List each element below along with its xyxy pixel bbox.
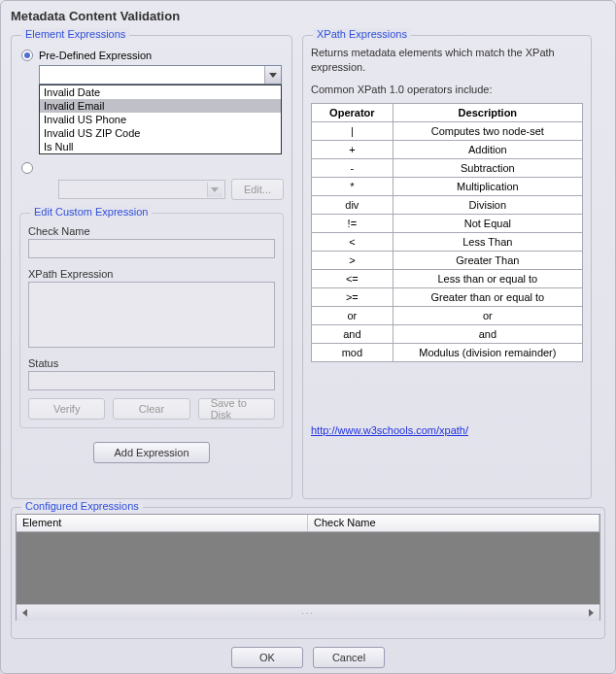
check-name-input[interactable] (28, 239, 275, 258)
custom-radio-row[interactable] (21, 162, 284, 174)
table-row: -Subtraction (312, 158, 583, 177)
operator-cell: < (312, 232, 394, 251)
predefined-radio-row[interactable]: Pre-Defined Expression (21, 50, 284, 61)
operator-cell: mod (312, 343, 394, 361)
operator-cell: != (312, 214, 394, 232)
add-expression-button[interactable]: Add Expression (93, 442, 210, 463)
predefined-combo[interactable]: Invalid DateInvalid EmailInvalid US Phon… (39, 65, 282, 84)
description-cell: and (393, 324, 582, 343)
operator-cell: | (312, 121, 394, 140)
operator-table: Operator Description |Computes two node-… (311, 103, 583, 362)
scroll-left-icon[interactable] (17, 605, 33, 621)
operator-cell: >= (312, 287, 394, 306)
description-cell: Addition (393, 140, 582, 158)
description-cell: or (393, 306, 582, 324)
dropdown-item[interactable]: Invalid US Phone (40, 113, 281, 126)
operator-cell: and (312, 324, 394, 343)
status-display (28, 371, 275, 390)
ok-button[interactable]: OK (231, 647, 303, 668)
edit-custom-legend: Edit Custom Expression (30, 206, 152, 218)
table-row: <=Less than or equal to (312, 269, 583, 287)
predefined-combo-box[interactable] (39, 65, 282, 84)
description-cell: Greater than or equal to (393, 287, 582, 306)
xpath-common: Common XPath 1.0 operators include: (311, 83, 583, 97)
description-cell: Multiplication (393, 177, 582, 195)
operator-header: Operator (312, 103, 394, 121)
configured-legend: Configured Expressions (21, 500, 143, 512)
verify-button: Verify (28, 398, 105, 420)
configured-col-checkname[interactable]: Check Name (308, 515, 599, 531)
xpath-expr-label: XPath Expression (28, 268, 275, 280)
operator-cell: div (312, 195, 394, 214)
dropdown-item[interactable]: Invalid Date (40, 85, 281, 99)
description-cell: Not Equal (393, 214, 582, 232)
xpath-expressions-group: XPath Expressions Returns metadata eleme… (302, 35, 592, 499)
configured-expressions-group: Configured Expressions Element Check Nam… (11, 507, 605, 639)
operator-cell: + (312, 140, 394, 158)
cancel-button[interactable]: Cancel (313, 647, 385, 668)
operator-cell: > (312, 251, 394, 269)
edit-custom-group: Edit Custom Expression Check Name XPath … (19, 213, 284, 428)
description-header: Description (393, 103, 582, 121)
table-row: oror (312, 306, 583, 324)
configured-table[interactable]: Element Check Name ··· (16, 514, 600, 621)
scroll-grip-icon[interactable]: ··· (301, 608, 315, 618)
operator-cell: <= (312, 269, 394, 287)
custom-combo (58, 180, 225, 199)
operator-cell: - (312, 158, 394, 177)
description-cell: Greater Than (393, 251, 582, 269)
dropdown-item[interactable]: Is Null (40, 140, 281, 153)
horizontal-scrollbar[interactable]: ··· (17, 604, 599, 621)
operator-cell: or (312, 306, 394, 324)
element-expressions-group: Element Expressions Pre-Defined Expressi… (11, 35, 292, 499)
custom-radio[interactable] (21, 162, 33, 174)
table-row: divDivision (312, 195, 583, 214)
description-cell: Subtraction (393, 158, 582, 177)
description-cell: Less than or equal to (393, 269, 582, 287)
table-row: |Computes two node-set (312, 121, 583, 140)
table-row: *Multiplication (312, 177, 583, 195)
dropdown-item[interactable]: Invalid US ZIP Code (40, 126, 281, 140)
check-name-label: Check Name (28, 225, 275, 237)
table-row: +Addition (312, 140, 583, 158)
table-row: modModulus (division remainder) (312, 343, 583, 361)
operator-cell: * (312, 177, 394, 195)
w3schools-link[interactable]: http://www.w3schools.com/xpath/ (311, 424, 468, 436)
chevron-down-icon[interactable] (264, 66, 281, 84)
save-to-disk-button: Save to Disk (198, 398, 275, 420)
status-label: Status (28, 357, 275, 369)
predefined-dropdown[interactable]: Invalid DateInvalid EmailInvalid US Phon… (39, 84, 282, 154)
configured-body (17, 532, 599, 604)
dropdown-item[interactable]: Invalid Email (40, 99, 281, 113)
description-cell: Computes two node-set (393, 121, 582, 140)
description-cell: Division (393, 195, 582, 214)
dialog-title: Metadata Content Validation (1, 1, 615, 29)
table-row: >=Greater than or equal to (312, 287, 583, 306)
description-cell: Less Than (393, 232, 582, 251)
predefined-radio[interactable] (21, 50, 33, 61)
predefined-radio-label: Pre-Defined Expression (39, 50, 152, 61)
xpath-intro: Returns metadata elements which match th… (311, 46, 583, 75)
table-row: >Greater Than (312, 251, 583, 269)
table-row: <Less Than (312, 232, 583, 251)
xpath-expressions-legend: XPath Expressions (313, 28, 411, 40)
table-row: andand (312, 324, 583, 343)
scroll-right-icon[interactable] (583, 605, 599, 621)
description-cell: Modulus (division remainder) (393, 343, 582, 361)
xpath-expr-input[interactable] (28, 282, 275, 348)
configured-col-element[interactable]: Element (17, 515, 308, 531)
table-row: !=Not Equal (312, 214, 583, 232)
element-expressions-legend: Element Expressions (21, 28, 129, 40)
edit-button: Edit... (231, 179, 284, 200)
clear-button: Clear (113, 398, 189, 420)
